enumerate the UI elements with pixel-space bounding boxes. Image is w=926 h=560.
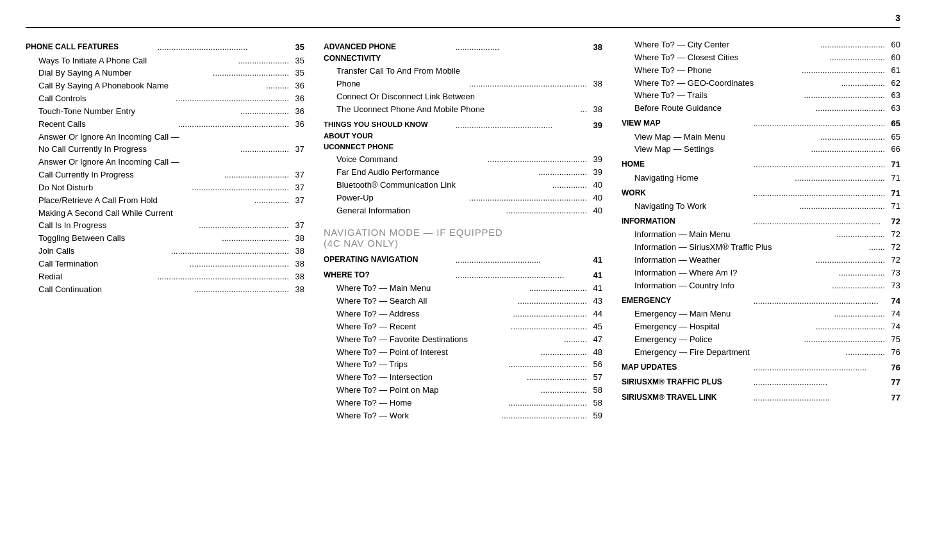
list-item: Emergency — Fire Department ............… — [622, 347, 900, 359]
list-item: Where To? — Address ....................… — [324, 308, 602, 320]
list-item: Answer Or Ignore An Incoming Call — — [26, 131, 304, 144]
list-item: Call Is In Progress ....................… — [26, 220, 304, 232]
advanced-phone-header: ADVANCED PHONE CONNECTIVITY ............… — [324, 41, 602, 64]
list-item: Do Not Disturb .........................… — [26, 182, 304, 194]
list-item: Bluetooth® Communication Link ..........… — [324, 179, 602, 192]
list-item: Dial By Saying A Number ................… — [26, 67, 304, 79]
toc-col-1: PHONE CALL FEATURES ....................… — [26, 38, 304, 423]
list-item: Information — Weather ..................… — [622, 254, 900, 267]
list-item: Making A Second Call While Current — [26, 208, 304, 220]
things-you-should-header: THINGS YOU SHOULD KNOW ABOUT YOURUCONNEC… — [324, 119, 602, 152]
col3-view-map-entries: View Map — Main Menu ...................… — [622, 131, 900, 156]
col3-top-entries: Where To? — City Center ................… — [622, 39, 900, 115]
page-number: 3 — [26, 13, 900, 28]
list-item: Where To? — Search All .................… — [324, 295, 602, 308]
col1-entries: Ways To Initiate A Phone Call ..........… — [26, 55, 304, 296]
toc-col-2: ADVANCED PHONE CONNECTIVITY ............… — [324, 38, 602, 423]
list-item: Connect Or Disconnect Link Between — [324, 91, 602, 103]
list-item: Navigating Home ........................… — [622, 172, 900, 185]
list-item: No Call Currently In Progress ..........… — [26, 144, 304, 156]
list-item: Where To? — Point on Map ...............… — [324, 384, 602, 397]
nav-section-title: NAVIGATION MODE — IF EQUIPPED(4C NAV ONL… — [324, 227, 602, 249]
list-item: Where To? — Favorite Destinations ......… — [324, 334, 602, 346]
list-item: Information — Main Menu ................… — [622, 229, 900, 241]
list-item: Where To? — Trips ......................… — [324, 359, 602, 371]
list-item: Far End Audio Performance ..............… — [324, 167, 602, 179]
list-item: Where To? — City Center ................… — [622, 39, 900, 51]
list-item: Call Currently In Progress .............… — [26, 169, 304, 181]
emergency-header: EMERGENCY ..............................… — [622, 295, 900, 308]
where-to-header: WHERE TO? ..............................… — [324, 269, 602, 282]
list-item: Information — Where Am I? ..............… — [622, 267, 900, 279]
col3-information-entries: Information — Main Menu ................… — [622, 229, 900, 292]
list-item: Emergency — Main Menu ..................… — [622, 308, 900, 320]
list-item: Where To? — Recent .....................… — [324, 321, 602, 333]
list-item: Information — Country Info .............… — [622, 280, 900, 292]
list-item: Ways To Initiate A Phone Call ..........… — [26, 55, 304, 67]
list-item: Where To? — Home .......................… — [324, 397, 602, 409]
list-item: Where To? — Phone ......................… — [622, 65, 900, 77]
list-item: The Uconnect Phone And Mobile Phone ... … — [324, 104, 602, 116]
list-item: Call By Saying A Phonebook Name ........… — [26, 80, 304, 92]
list-item: Join Calls .............................… — [26, 245, 304, 258]
col3-home-entries: Navigating Home ........................… — [622, 172, 900, 185]
col2-section4-entries: Where To? — Main Menu ..................… — [324, 283, 602, 422]
list-item: Recent Calls ...........................… — [26, 119, 304, 131]
list-item: Answer Or Ignore An Incoming Call — — [26, 156, 304, 169]
information-header: INFORMATION ............................… — [622, 215, 900, 228]
col2-section1-entries: Transfer Call To And From Mobile Phone .… — [324, 65, 602, 115]
col2-section2-entries: Voice Command ..........................… — [324, 154, 602, 217]
list-item: Where To? — Closest Cities .............… — [622, 52, 900, 64]
list-item: Place/Retrieve A Call From Hold ........… — [26, 195, 304, 207]
list-item: Power-Up ...............................… — [324, 192, 602, 204]
list-item: Call Termination .......................… — [26, 258, 304, 270]
siriusxm-travel-header: SIRIUSXM® TRAVEL LINK ..................… — [622, 391, 900, 404]
col3-work-entries: Navigating To Work .....................… — [622, 201, 900, 213]
list-item: Transfer Call To And From Mobile — [324, 65, 602, 78]
phone-call-features-header: PHONE CALL FEATURES ....................… — [26, 41, 304, 54]
siriusxm-traffic-header: SIRIUSXM® TRAFFIC PLUS .................… — [622, 376, 900, 389]
list-item: Touch-Tone Number Entry ................… — [26, 106, 304, 118]
list-item: Call Continuation ......................… — [26, 284, 304, 296]
list-item: Emergency — Hospital ...................… — [622, 321, 900, 333]
work-header: WORK ...................................… — [622, 187, 900, 200]
col3-emergency-entries: Emergency — Main Menu ..................… — [622, 308, 900, 358]
list-item: Information — SiriusXM® Traffic Plus ...… — [622, 242, 900, 254]
list-item: Phone ..................................… — [324, 78, 602, 90]
home-header: HOME ...................................… — [622, 158, 900, 171]
toc-container: PHONE CALL FEATURES ....................… — [26, 38, 900, 423]
list-item: Where To? — Point of Interest ..........… — [324, 347, 602, 359]
list-item: Where To? — Intersection ...............… — [324, 372, 602, 384]
list-item: View Map — Main Menu ...................… — [622, 131, 900, 144]
list-item: General Information ....................… — [324, 205, 602, 217]
list-item: Where To? — GEO-Coordinates ............… — [622, 78, 900, 90]
list-item: Where To? — Work .......................… — [324, 410, 602, 422]
view-map-header: VIEW MAP ...............................… — [622, 117, 900, 130]
list-item: Emergency — Police .....................… — [622, 334, 900, 346]
list-item: Voice Command ..........................… — [324, 154, 602, 166]
list-item: Where To? — Trails .....................… — [622, 90, 900, 102]
toc-col-3: Where To? — City Center ................… — [622, 38, 900, 423]
list-item: View Map — Settings ....................… — [622, 144, 900, 156]
list-item: Redial .................................… — [26, 271, 304, 283]
list-item: Call Controls ..........................… — [26, 93, 304, 105]
list-item: Navigating To Work .....................… — [622, 201, 900, 213]
list-item: Before Route Guidance ..................… — [622, 103, 900, 115]
map-updates-header: MAP UPDATES ............................… — [622, 361, 900, 374]
list-item: Toggling Between Calls .................… — [26, 233, 304, 245]
list-item: Where To? — Main Menu ..................… — [324, 283, 602, 295]
operating-navigation-header: OPERATING NAVIGATION ...................… — [324, 254, 602, 267]
